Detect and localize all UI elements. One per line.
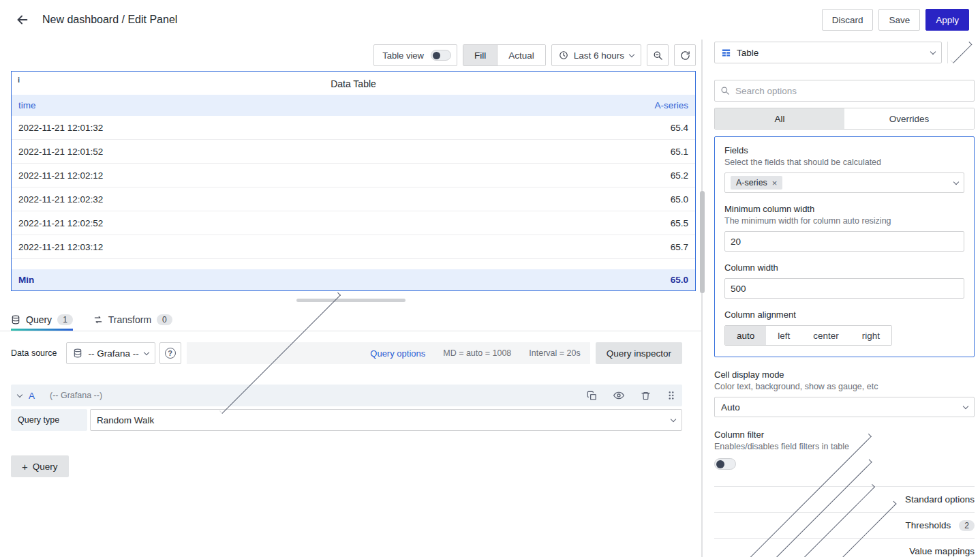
cell-display-mode-description: Color text, background, show as gauge, e…: [714, 382, 975, 391]
min-column-width-description: The minimum width for column auto resizi…: [724, 216, 964, 226]
panel-toolbar: Table view Fill Actual Last 6 hours: [0, 40, 701, 71]
alignment-left-button[interactable]: left: [766, 326, 801, 345]
back-button[interactable]: [11, 8, 34, 31]
add-query-label: Query: [33, 462, 58, 472]
info-icon: i: [18, 76, 20, 84]
table-header-row: time A-series: [12, 95, 695, 116]
cell-value: 65.1: [352, 147, 695, 157]
options-sidebar: Table All Overrides Fields Se: [702, 40, 980, 557]
query-row-header[interactable]: A (-- Grafana --): [11, 385, 682, 406]
query-type-select[interactable]: Random Walk: [90, 409, 682, 431]
search-input[interactable]: [735, 86, 968, 96]
max-data-points-text: MD = auto = 1008: [443, 348, 511, 358]
thresholds-count-badge: 2: [959, 520, 975, 531]
options-search: [714, 80, 975, 102]
section-label: Thresholds: [906, 520, 951, 530]
time-range-picker[interactable]: Last 6 hours: [551, 44, 641, 66]
min-column-width-input[interactable]: [724, 231, 964, 252]
datasource-help-button[interactable]: ?: [159, 342, 181, 364]
delete-query-button[interactable]: [641, 391, 651, 401]
fields-description: Select the fields that should be calcula…: [724, 157, 964, 167]
viz-name: Table: [737, 48, 925, 58]
options-tabs: All Overrides: [714, 108, 975, 130]
footer-label: Min: [12, 275, 352, 285]
table-view-toggle[interactable]: [431, 50, 451, 61]
section-label: Value mappings: [909, 546, 975, 556]
cell-time: 2022-11-21 12:01:32: [12, 123, 352, 133]
tab-transform-label: Transform: [108, 314, 151, 325]
resize-handle-row: [0, 291, 701, 309]
panel-resize-handle[interactable]: [296, 299, 405, 302]
drag-query-handle[interactable]: [667, 390, 675, 401]
table-footer-row: Min 65.0: [12, 269, 695, 290]
cell-display-mode-label: Cell display mode: [714, 370, 975, 380]
tab-transform[interactable]: Transform 0: [93, 309, 172, 331]
query-options-bar[interactable]: Query options MD = auto = 1008 Interval …: [187, 342, 590, 364]
fill-button[interactable]: Fill: [463, 45, 497, 65]
viz-picker-row: Table: [714, 42, 975, 63]
alignment-center-button[interactable]: center: [801, 326, 851, 345]
column-header-a-series[interactable]: A-series: [352, 100, 695, 110]
column-filter-description: Enables/disables field filters in table: [714, 442, 975, 451]
cell-display-mode-value: Auto: [721, 402, 740, 412]
datasource-row: Data source -- Grafana -- ? Query option…: [11, 342, 682, 364]
table-panel[interactable]: i Data Table time A-series 2022-11-21 12…: [11, 71, 696, 291]
scrollbar-thumb[interactable]: [700, 191, 705, 293]
zoom-out-icon: [653, 50, 663, 61]
refresh-button[interactable]: [674, 44, 696, 66]
remove-field-icon[interactable]: ×: [772, 179, 778, 187]
cell-value: 65.4: [352, 123, 695, 133]
column-filter-toggle[interactable]: [714, 458, 736, 470]
tab-query[interactable]: Query 1: [11, 309, 73, 331]
query-options-label: Query options: [370, 348, 425, 359]
query-inspector-button[interactable]: Query inspector: [596, 342, 682, 364]
chevron-down-icon: [629, 51, 634, 57]
plus-icon: +: [22, 461, 28, 472]
table-row: 2022-11-21 12:03:12 65.7: [12, 235, 695, 259]
datasource-picker[interactable]: -- Grafana --: [66, 342, 155, 364]
tab-all[interactable]: All: [715, 108, 844, 129]
cell-time: 2022-11-21 12:02:32: [12, 194, 352, 205]
tab-overrides[interactable]: Overrides: [844, 108, 974, 129]
clock-icon: [559, 50, 568, 60]
question-circle-icon: ?: [165, 348, 176, 359]
table-view-label: Table view: [382, 50, 424, 61]
fields-multiselect[interactable]: A-series ×: [724, 172, 964, 193]
table-row: 2022-11-21 12:01:52 65.1: [12, 140, 695, 164]
cell-value: 65.7: [352, 242, 695, 252]
arrow-left-icon: [15, 12, 30, 27]
apply-button[interactable]: Apply: [925, 9, 969, 31]
discard-button[interactable]: Discard: [822, 9, 874, 31]
cell-time: 2022-11-21 12:03:12: [12, 242, 352, 252]
min-column-width-label: Minimum column width: [724, 204, 964, 214]
chevron-down-icon: [963, 403, 968, 408]
query-ref-id: A: [29, 391, 35, 401]
alignment-auto-button[interactable]: auto: [725, 326, 766, 345]
chevron-down-icon: [953, 179, 959, 184]
hide-query-button[interactable]: [613, 390, 624, 401]
time-range-label: Last 6 hours: [574, 50, 624, 61]
editor-tabs: Query 1 Transform 0: [0, 309, 701, 331]
add-query-button[interactable]: + Query: [11, 455, 69, 477]
column-header-time[interactable]: time: [12, 100, 352, 110]
drag-handle-icon: [667, 390, 675, 401]
collapse-options-button[interactable]: [947, 42, 975, 63]
query-row-datasource: (-- Grafana --): [50, 391, 102, 400]
zoom-out-button[interactable]: [647, 44, 669, 66]
chevron-right-icon: [951, 42, 973, 63]
table-options-group: Fields Select the fields that should be …: [714, 136, 975, 357]
chevron-down-icon[interactable]: [17, 391, 22, 397]
query-count-badge: 1: [57, 314, 73, 325]
section-label: Standard options: [905, 494, 975, 505]
grafana-edit-panel: New dashboard / Edit Panel Discard Save …: [0, 0, 980, 557]
save-button[interactable]: Save: [878, 9, 920, 31]
duplicate-query-button[interactable]: [587, 391, 597, 401]
tab-query-label: Query: [26, 314, 52, 325]
cell-time: 2022-11-21 12:02:12: [12, 170, 352, 181]
section-standard-options[interactable]: Standard options: [714, 486, 975, 512]
column-width-input[interactable]: [724, 278, 964, 299]
alignment-right-button[interactable]: right: [851, 326, 891, 345]
actual-button[interactable]: Actual: [497, 45, 545, 65]
cell-display-mode-select[interactable]: Auto: [714, 397, 975, 417]
viz-picker[interactable]: Table: [714, 42, 942, 63]
